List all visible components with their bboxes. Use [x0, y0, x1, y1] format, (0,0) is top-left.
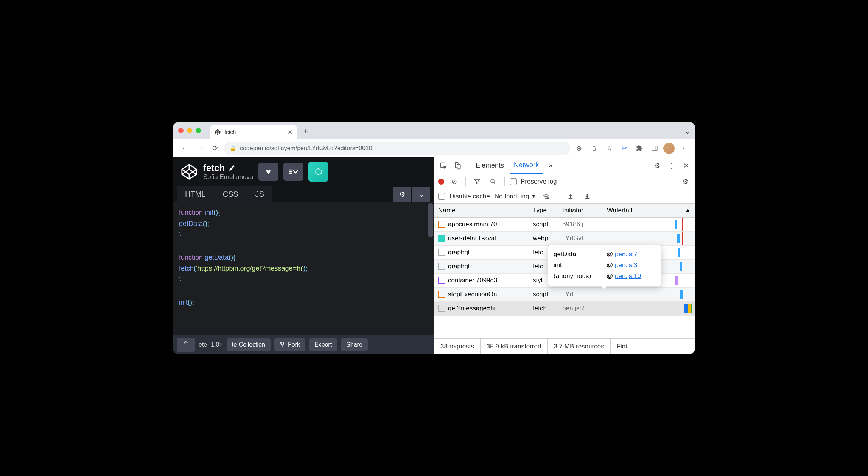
close-tab-icon[interactable]: ✕	[288, 129, 292, 136]
table-row[interactable]: get?message=hifetchpen.js:7	[434, 302, 695, 316]
svg-rect-24	[457, 164, 460, 169]
preserve-log-checkbox[interactable]	[510, 178, 517, 185]
zoom-level[interactable]: 1.0×	[211, 341, 223, 348]
record-button[interactable]	[438, 179, 444, 185]
close-devtools-icon[interactable]: ✕	[680, 160, 692, 172]
device-icon[interactable]	[452, 160, 464, 172]
wifi-icon[interactable]	[540, 190, 552, 202]
disable-cache-label: Disable cache	[450, 193, 490, 200]
maximize-traffic-icon[interactable]	[196, 128, 201, 133]
col-waterfall[interactable]: Waterfall▲	[603, 204, 695, 217]
edit-icon[interactable]	[229, 165, 235, 171]
codepen-header: fetch Sofia Emelianova ♥ ⬡	[173, 157, 434, 186]
tab-title: fetch	[224, 129, 236, 135]
back-button[interactable]: ←	[178, 142, 191, 155]
export-button[interactable]: Export	[309, 338, 337, 351]
svg-point-29	[548, 197, 549, 198]
profile-avatar[interactable]	[663, 143, 675, 154]
new-tab-button[interactable]: +	[300, 126, 311, 137]
pen-title: fetch	[203, 163, 253, 173]
console-toggle-button[interactable]: ⌃	[177, 338, 195, 352]
fork-icon	[280, 342, 285, 347]
devtools-tabbar: Elements Network » ⚙ ⋮ ✕	[434, 157, 695, 174]
preserve-log-label: Preserve log	[521, 178, 557, 185]
share-icon[interactable]	[588, 142, 600, 155]
svg-point-28	[546, 198, 547, 199]
forward-button: →	[193, 142, 206, 155]
svg-rect-7	[652, 146, 657, 151]
codepen-logo-icon	[180, 163, 198, 180]
share-button[interactable]: Share	[341, 338, 368, 351]
network-tab[interactable]: Network	[510, 157, 543, 174]
footer-fragment: ete	[199, 341, 207, 348]
table-row[interactable]: user-default-avat…webpLYdGvL…	[434, 232, 695, 246]
disable-cache-checkbox[interactable]	[438, 193, 445, 200]
status-bar: 38 requests 35.9 kB transferred 3.7 MB r…	[434, 338, 695, 354]
tab-dropdown-icon[interactable]: ⌄	[685, 128, 690, 135]
svg-point-19	[280, 342, 281, 343]
address-bar[interactable]: 🔒 codepen.io/sofiayem/pen/LYdGvLg?editor…	[224, 142, 570, 155]
heart-button[interactable]: ♥	[258, 163, 278, 181]
network-grid-header: Name Type Initiator Waterfall▲	[434, 204, 695, 218]
svg-point-26	[491, 179, 494, 183]
search-icon[interactable]	[487, 176, 499, 188]
kebab-icon[interactable]: ⋮	[666, 160, 678, 172]
scissors-icon[interactable]: ✂	[618, 142, 631, 155]
extensions-icon[interactable]	[633, 142, 646, 155]
col-name[interactable]: Name	[434, 204, 529, 217]
code-editor[interactable]: function init(){ getData();} function ge…	[173, 202, 434, 335]
reload-button[interactable]: ⟳	[208, 142, 221, 155]
download-icon[interactable]	[581, 190, 593, 202]
upload-icon[interactable]	[565, 190, 577, 202]
panel-icon[interactable]	[648, 142, 661, 155]
view-button[interactable]	[283, 163, 303, 181]
collapse-button[interactable]: ⌄	[412, 187, 430, 202]
browser-window: fetch ✕ + ⌄ ← → ⟳ 🔒 codepen.io/sofiayem/…	[173, 122, 695, 354]
menu-icon[interactable]: ⋮	[677, 142, 690, 155]
collection-button[interactable]: to Collection	[227, 338, 271, 351]
network-settings-icon[interactable]: ⚙	[679, 176, 691, 188]
devtools-panel: Elements Network » ⚙ ⋮ ✕ ⊘ Preserve log …	[434, 157, 695, 354]
fork-button[interactable]: Fork	[274, 338, 305, 351]
col-initiator[interactable]: Initiator	[558, 204, 603, 217]
lock-icon: 🔒	[230, 145, 236, 151]
tab-html[interactable]: HTML	[177, 186, 214, 202]
col-type[interactable]: Type	[529, 204, 558, 217]
codepen-footer: ⌃ ete 1.0× to Collection Fork Export Sha…	[173, 335, 434, 354]
traffic-lights	[178, 128, 201, 133]
throttling-dropdown[interactable]: No throttling▾	[495, 192, 536, 200]
filter-icon[interactable]	[471, 176, 483, 188]
gear-icon[interactable]: ⚙	[651, 160, 663, 172]
close-traffic-icon[interactable]	[178, 128, 184, 133]
settings-button[interactable]: ⚙	[393, 187, 411, 202]
browser-toolbar: ← → ⟳ 🔒 codepen.io/sofiayem/pen/LYdGvLg?…	[173, 139, 695, 157]
svg-point-21	[282, 346, 283, 347]
elements-tab[interactable]: Elements	[472, 158, 508, 173]
content-area: fetch Sofia Emelianova ♥ ⬡ HTML CSS JS ⚙…	[173, 157, 695, 354]
browser-tab-strip: fetch ✕ + ⌄	[173, 122, 695, 139]
network-toolbar-2: Disable cache No throttling▾	[434, 189, 695, 204]
user-avatar[interactable]: ⬡	[308, 162, 328, 182]
clear-icon[interactable]: ⊘	[448, 176, 460, 188]
zoom-icon[interactable]: ⊕	[572, 142, 585, 155]
table-row[interactable]: ◦appcues.main.70…script69186.j…	[434, 218, 695, 232]
editor-tabs: HTML CSS JS ⚙ ⌄	[173, 186, 434, 202]
status-finish: Fini	[611, 339, 633, 354]
inspect-icon[interactable]	[437, 160, 450, 172]
pen-author: Sofia Emelianova	[203, 173, 253, 181]
svg-line-27	[494, 182, 495, 184]
network-rows: ◦appcues.main.70…script69186.j…user-defa…	[434, 218, 695, 338]
more-tabs[interactable]: »	[545, 158, 556, 173]
table-row[interactable]: ◦stopExecutionOn…scriptLYd	[434, 288, 695, 302]
initiator-tooltip: getData@ pen.js:7init@ pen.js:3(anonymou…	[548, 245, 661, 286]
network-toolbar: ⊘ Preserve log ⚙	[434, 174, 695, 189]
svg-marker-25	[474, 179, 480, 184]
browser-tab[interactable]: fetch ✕	[210, 125, 297, 139]
scrollbar[interactable]	[428, 203, 433, 237]
tab-js[interactable]: JS	[247, 186, 273, 202]
status-requests: 38 requests	[434, 339, 481, 354]
tab-css[interactable]: CSS	[214, 186, 247, 202]
minimize-traffic-icon[interactable]	[187, 128, 192, 133]
bookmark-icon[interactable]: ☆	[603, 142, 616, 155]
svg-point-20	[283, 342, 284, 343]
